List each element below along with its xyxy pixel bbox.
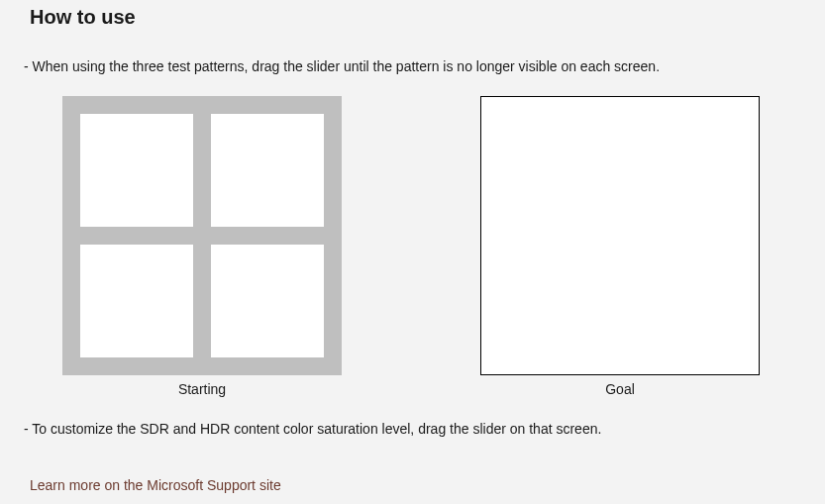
example-starting: Starting xyxy=(62,96,342,397)
starting-pattern-box xyxy=(62,96,342,375)
instruction-text-2: - To customize the SDR and HDR content c… xyxy=(24,421,795,437)
instruction-text-1: - When using the three test patterns, dr… xyxy=(24,58,795,74)
examples-row: Starting Goal xyxy=(30,96,795,397)
goal-pattern-box xyxy=(480,96,760,375)
starting-caption: Starting xyxy=(178,381,226,397)
learn-more-link[interactable]: Learn more on the Microsoft Support site xyxy=(30,477,281,493)
pattern-quad xyxy=(211,114,324,227)
goal-caption: Goal xyxy=(605,381,635,397)
section-title: How to use xyxy=(30,6,795,29)
pattern-quad xyxy=(211,245,324,357)
pattern-quad xyxy=(80,245,193,357)
example-goal: Goal xyxy=(480,96,760,397)
pattern-quad xyxy=(80,114,193,227)
